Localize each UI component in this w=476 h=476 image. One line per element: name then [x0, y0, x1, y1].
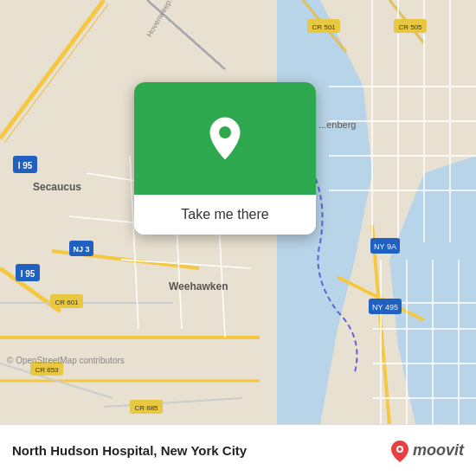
- moovit-wordmark: moovit: [413, 441, 464, 460]
- map-container: I 95 I 95 NJ 3 CR 501 CR 505 NY 9A NY 49…: [0, 0, 476, 424]
- svg-text:CR 505: CR 505: [398, 23, 422, 31]
- svg-text:Secaucus: Secaucus: [33, 181, 81, 193]
- location-title: North Hudson Hospital, New York City: [12, 443, 247, 458]
- svg-point-68: [398, 447, 402, 451]
- location-pin-icon: [206, 116, 244, 161]
- card-map-area: [134, 82, 316, 195]
- svg-text:...enberg: ...enberg: [318, 119, 356, 130]
- location-card: Take me there: [134, 82, 316, 235]
- copyright-text: © OpenStreetMap contributors: [7, 356, 125, 365]
- bottom-bar: North Hudson Hospital, New York City moo…: [0, 424, 476, 476]
- svg-text:CR 501: CR 501: [312, 23, 336, 31]
- svg-text:Weehawken: Weehawken: [169, 280, 228, 293]
- take-me-there-button[interactable]: Take me there: [134, 195, 316, 235]
- svg-text:NY 495: NY 495: [372, 303, 398, 312]
- svg-text:CR 601: CR 601: [55, 299, 79, 306]
- svg-text:NY 9A: NY 9A: [374, 242, 396, 251]
- svg-text:NJ 3: NJ 3: [73, 245, 89, 254]
- moovit-logo: moovit: [390, 440, 464, 462]
- svg-point-66: [219, 126, 231, 138]
- svg-text:I 95: I 95: [21, 269, 35, 279]
- svg-text:CR 685: CR 685: [134, 404, 158, 412]
- svg-text:CR 653: CR 653: [35, 366, 59, 374]
- svg-text:I 95: I 95: [18, 161, 33, 170]
- moovit-pin-icon: [390, 440, 409, 462]
